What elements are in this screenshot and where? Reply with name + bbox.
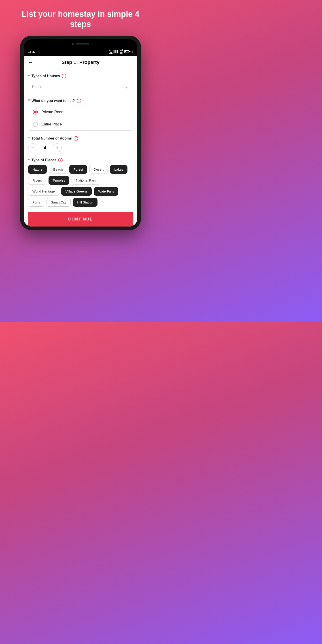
private-room-option[interactable]: Private Room <box>28 106 132 118</box>
phone-notch <box>24 39 137 48</box>
listing-type-radio-group: Private Room Entire Place <box>28 106 133 130</box>
entire-place-label: Entire Place <box>41 122 62 126</box>
required-star-4: * <box>28 158 30 162</box>
camera-dot <box>72 43 74 45</box>
what-to-list-info-icon[interactable]: i <box>77 98 81 103</box>
increment-button[interactable]: + <box>53 143 62 152</box>
entire-place-option[interactable]: Entire Place <box>28 118 132 130</box>
place-tag-smart-city[interactable]: Smart City <box>46 198 71 206</box>
place-tag-beach[interactable]: Beach <box>49 165 67 174</box>
place-tag-temples[interactable]: Temples <box>48 176 70 185</box>
place-tag-lakes[interactable]: Lakes <box>110 165 128 174</box>
types-of-houses-label: * Types of Houses i <box>28 74 133 78</box>
hero-title: List your homestay in simple 4 steps <box>0 0 161 36</box>
house-type-value: House <box>32 85 42 89</box>
place-tag-rivers[interactable]: Rivers <box>28 176 46 185</box>
radio-inner-dot <box>34 111 37 113</box>
what-to-list-label: * What do you want to list? i <box>28 98 133 103</box>
place-tag-national-park[interactable]: National Park <box>72 176 100 185</box>
status-right: YoLTE ▌▌▌ 4GR↕ 43 <box>109 49 133 54</box>
types-of-houses-info-icon[interactable]: i <box>62 74 66 78</box>
chevron-down-icon: ⌄ <box>125 84 129 90</box>
type-of-places-section: * Type of Places i NatureBeachForestDese… <box>28 158 133 206</box>
place-tag-world-heritage[interactable]: World Heritage <box>28 187 59 196</box>
scroll-content: * Types of Houses i House ⌄ * What do yo… <box>24 69 137 226</box>
battery-icon <box>124 50 129 53</box>
continue-button[interactable]: CONTINUE <box>28 212 133 226</box>
signal-bars: ▌▌▌ <box>114 50 120 53</box>
required-star-1: * <box>28 74 30 78</box>
place-tag-desert[interactable]: Desert <box>90 165 108 174</box>
battery-level: 43 <box>130 50 133 53</box>
rooms-count: 4 <box>42 145 48 151</box>
rooms-stepper: − 4 + <box>28 143 133 152</box>
private-room-radio[interactable] <box>33 110 38 114</box>
phone-speaker <box>76 43 89 44</box>
what-to-list-section: * What do you want to list? i Private Ro… <box>28 98 133 130</box>
place-tag-hill-station[interactable]: Hill Station <box>73 198 98 206</box>
types-of-houses-section: * Types of Houses i House ⌄ <box>28 74 133 93</box>
place-tag-forest[interactable]: Forest <box>69 165 88 174</box>
type-of-places-label: * Type of Places i <box>28 158 133 162</box>
status-bar: 16:37 YoLTE ▌▌▌ 4GR↕ 43 <box>24 48 137 56</box>
total-rooms-label: * Total Number of Rooms i <box>28 136 133 141</box>
type-of-places-info-icon[interactable]: i <box>58 158 62 162</box>
place-tag-forts[interactable]: Forts <box>28 198 44 206</box>
app-header: ← Step 1: Property <box>24 56 137 69</box>
total-rooms-section: * Total Number of Rooms i − 4 + <box>28 136 133 152</box>
places-tags-grid: NatureBeachForestDesertLakesRiversTemple… <box>28 165 133 206</box>
phone-screen: ← Step 1: Property * Types of Houses i H… <box>24 56 137 226</box>
network-label: YoLTE <box>109 49 113 54</box>
place-tag-nature[interactable]: Nature <box>28 165 47 174</box>
private-room-label: Private Room <box>41 110 64 114</box>
place-tag-village-greens[interactable]: Village Greens <box>61 187 92 196</box>
phone-mockup: 16:37 YoLTE ▌▌▌ 4GR↕ 43 ← Step 1: Proper… <box>20 36 141 230</box>
status-time: 16:37 <box>28 50 36 54</box>
page-title: Step 1: Property <box>36 60 125 65</box>
required-star-2: * <box>28 98 30 103</box>
place-tag-waterfalls[interactable]: WaterFalls <box>94 187 118 196</box>
back-button[interactable]: ← <box>28 60 33 65</box>
decrement-button[interactable]: − <box>28 143 37 152</box>
required-star-3: * <box>28 136 30 141</box>
data-type: 4GR↕ <box>120 49 123 54</box>
house-type-dropdown[interactable]: House ⌄ <box>28 81 133 93</box>
entire-place-radio[interactable] <box>33 122 38 127</box>
total-rooms-info-icon[interactable]: i <box>74 136 78 141</box>
